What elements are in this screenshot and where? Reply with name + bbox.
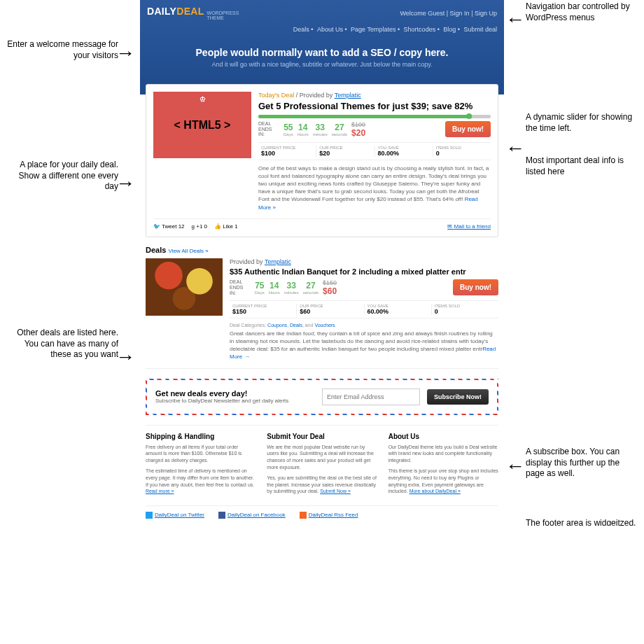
rss-link[interactable]: DailyDeal Rss Feed: [300, 512, 358, 519]
subscribe-sub: Subscribe to DailyDeal Newsletter and ge…: [155, 398, 315, 404]
logo-text: DAILY: [147, 6, 176, 17]
user-bar: Welcome Guest | Sign In | Sign Up: [400, 10, 497, 17]
arrow-icon: →: [115, 42, 135, 64]
signup-link[interactable]: Sign Up: [475, 10, 497, 17]
annotation: Most important deal info is listed here: [526, 155, 640, 177]
nav-blog[interactable]: Blog: [443, 26, 456, 33]
footer-columns: Shipping & HandlingFree delivery on all …: [146, 425, 498, 499]
header: DAILYDEAL WORDPRESSTHEME Welcome Guest |…: [140, 0, 504, 94]
tweet-button[interactable]: 🐦 Tweet 12: [153, 223, 185, 230]
ends-label: DEAL ENDS IN:: [230, 279, 251, 295]
facebook-icon: [218, 512, 225, 519]
nav-templates[interactable]: Page Templates: [351, 26, 396, 33]
hero-title: People would normally want to add a SEO …: [154, 47, 490, 58]
nav-about[interactable]: About Us: [317, 26, 343, 33]
footer-link[interactable]: Submit Now »: [320, 489, 351, 493]
twitter-link[interactable]: DailyDeal on Twitter: [146, 512, 204, 519]
nav-submit[interactable]: Submit deal: [463, 26, 497, 33]
footer-about: About UsOur DailyDeal theme lets you bui…: [388, 433, 498, 499]
arrow-icon: ←: [505, 8, 525, 31]
social-links: DailyDeal on Twitter DailyDeal on Facebo…: [146, 505, 498, 519]
progress-bar: [258, 115, 491, 118]
subscribe-box: Get new deals every day! Subscribe to Da…: [146, 379, 498, 415]
rss-icon: [300, 512, 307, 519]
mail-link[interactable]: ✉ Mail to a friend: [447, 223, 491, 230]
footer-submit: Submit Your DealWe are the most popular …: [267, 433, 377, 499]
view-all-link[interactable]: View All Deals »: [168, 248, 208, 254]
featured-deal-card: ♔< HTML5 > Today's Deal / Provided by Te…: [146, 84, 498, 237]
logo[interactable]: DAILYDEAL WORDPRESSTHEME: [147, 6, 239, 20]
nav-deals[interactable]: Deals: [293, 26, 309, 33]
old-price: $150: [323, 279, 337, 286]
deal-description: Great dancers are like Indian food; they…: [230, 330, 498, 361]
countdown-seconds: 27seconds: [332, 122, 347, 136]
deal-list-item: Provided by Templatic $35 Authentic Indi…: [146, 258, 498, 369]
ends-label: DEAL ENDS IN:: [258, 121, 279, 137]
deal-image[interactable]: ♔< HTML5 >: [153, 92, 251, 158]
annotation: A subscribe box. You can display this fu…: [526, 447, 640, 479]
footer-link[interactable]: More about DailyDeal »: [410, 489, 461, 493]
annotation: Navigation bar controlled by WordPress m…: [526, 1, 640, 23]
buy-button[interactable]: Buy now!: [445, 121, 491, 137]
like-button[interactable]: 👍 Like 1: [214, 223, 238, 230]
logo-deal: DEAL: [176, 6, 204, 17]
new-price: $60: [323, 286, 337, 296]
deal-stats: CURRENT PRICE$100 OUR PRICE$20 YOU SAVE8…: [258, 142, 491, 160]
subscribe-heading: Get new deals every day!: [155, 389, 315, 398]
arrow-icon: →: [115, 346, 135, 368]
welcome-text: Welcome Guest: [400, 10, 444, 17]
deals-heading: Deals View All Deals »: [146, 246, 498, 254]
countdown-days: 55Days: [284, 122, 293, 136]
deal-title[interactable]: Get 5 Professional Themes for just $39; …: [258, 101, 491, 112]
old-price: $100: [351, 121, 365, 128]
arrow-icon: →: [115, 172, 135, 195]
deal-categories: Deal Categories: Coupons, Deals, and Vou…: [230, 323, 498, 328]
buy-button[interactable]: Buy now!: [453, 279, 498, 295]
countdown-hours: 14Hours: [298, 122, 309, 136]
deal-title[interactable]: $35 Authentic Indian Banquet for 2 inclu…: [230, 267, 498, 276]
crown-icon: ♔: [200, 95, 206, 103]
new-price: $20: [351, 128, 365, 138]
signin-link[interactable]: Sign In: [450, 10, 470, 17]
annotation: A dynamic slider for showing the time le…: [526, 112, 640, 134]
annotation: Other deals are listed here. You can hav…: [4, 328, 118, 360]
provider-link[interactable]: Templatic: [335, 92, 361, 99]
facebook-link[interactable]: DailyDeal on Facebook: [218, 512, 286, 519]
countdown-minutes: 33minutes: [313, 122, 328, 136]
hero: People would normally want to add a SEO …: [147, 33, 497, 89]
main-nav: Deals • About Us • Page Templates • Shor…: [147, 26, 497, 33]
hero-subtitle: And it will go with a nice tagline, subt…: [154, 61, 490, 68]
gplus-button[interactable]: g +1 0: [192, 223, 207, 230]
email-input[interactable]: [322, 388, 420, 405]
arrow-icon: ←: [505, 455, 525, 477]
deal-description: One of the best ways to make a design st…: [258, 164, 491, 211]
subscribe-button[interactable]: Subscribe Now!: [427, 389, 489, 405]
arrow-icon: ←: [505, 137, 525, 160]
annotation: A place for your daily deal. Show a diff…: [4, 160, 118, 192]
share-bar: 🐦 Tweet 12 g +1 0 👍 Like 1 ✉ Mail to a f…: [153, 218, 491, 230]
annotation: Enter a welcome message for your visitor…: [4, 39, 118, 61]
footer-link[interactable]: Read more »: [146, 489, 174, 493]
footer-shipping: Shipping & HandlingFree delivery on all …: [146, 433, 255, 499]
annotation: The footer area is widgeitzed. Feel free…: [526, 518, 640, 526]
deal-image[interactable]: [146, 258, 223, 316]
provider-link[interactable]: Templatic: [265, 258, 291, 265]
twitter-icon: [146, 512, 153, 519]
nav-shortcodes[interactable]: Shortcodes: [404, 26, 436, 33]
todays-deal-label: Today's Deal: [258, 92, 294, 99]
